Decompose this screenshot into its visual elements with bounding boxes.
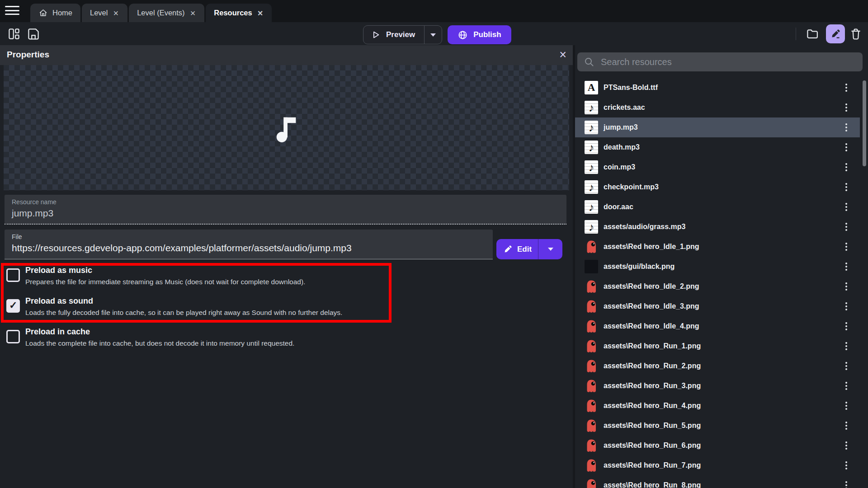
- run-buttons: Preview Publish: [363, 25, 511, 44]
- kebab-menu-icon[interactable]: [842, 420, 851, 431]
- tab-label: Resources: [214, 9, 252, 17]
- kebab-menu-icon[interactable]: [842, 202, 851, 212]
- resource-list-item[interactable]: ♪ crickets.aac: [575, 98, 860, 117]
- open-folder-icon[interactable]: [806, 27, 819, 41]
- tab-close-icon[interactable]: [257, 9, 264, 18]
- file-field[interactable]: File https://resources.gdevelop-app.com/…: [5, 230, 493, 259]
- resource-list-item[interactable]: assets\Red hero_Run_6.png: [575, 436, 860, 455]
- resource-list-item[interactable]: assets\Red hero_Run_5.png: [575, 416, 860, 436]
- resource-list-item[interactable]: assets\Red hero_Run_1.png: [575, 336, 860, 356]
- edit-button[interactable]: Edit: [496, 239, 562, 259]
- kebab-menu-icon[interactable]: [842, 341, 851, 352]
- main-toolbar: Preview Publish: [0, 22, 868, 45]
- tab-level-events[interactable]: Level (Events): [129, 4, 204, 22]
- open-editors-panel-icon[interactable]: [7, 27, 21, 41]
- resource-name: assets\Red hero_Run_4.png: [604, 402, 701, 410]
- resource-preview-area: [4, 65, 569, 190]
- resource-list-item[interactable]: assets\Red hero_Idle_1.png: [575, 237, 860, 257]
- black-image-icon: [585, 260, 598, 273]
- preview-options-dropdown[interactable]: [424, 26, 442, 44]
- resource-name: assets\Red hero_Run_7.png: [604, 461, 701, 469]
- kebab-menu-icon[interactable]: [842, 261, 851, 272]
- preload-cache-checkbox[interactable]: [6, 330, 20, 343]
- kebab-menu-icon[interactable]: [842, 221, 851, 232]
- preview-button-main[interactable]: Preview: [363, 26, 424, 44]
- kebab-menu-icon[interactable]: [842, 460, 851, 471]
- tab-level[interactable]: Level: [82, 4, 127, 22]
- resources-panel: Search resources A PTSans-Bold.ttf ♪ cri…: [575, 45, 868, 488]
- resource-name: assets\Red hero_Run_5.png: [604, 422, 701, 430]
- search-resources-input[interactable]: Search resources: [577, 52, 863, 71]
- kebab-menu-icon[interactable]: [842, 182, 851, 192]
- kebab-menu-icon[interactable]: [842, 400, 851, 411]
- edit-label: Edit: [517, 245, 532, 254]
- kebab-menu-icon[interactable]: [842, 241, 851, 252]
- resource-name: PTSans-Bold.ttf: [604, 84, 658, 92]
- edit-options-dropdown[interactable]: [538, 239, 562, 259]
- publish-button[interactable]: Publish: [448, 25, 511, 44]
- preview-label: Preview: [386, 30, 415, 39]
- sprite-thumbnail-icon: [585, 379, 598, 393]
- resource-list-item[interactable]: assets\Red hero_Idle_3.png: [575, 296, 860, 316]
- trash-icon[interactable]: [849, 27, 863, 41]
- resource-name: door.aac: [604, 203, 633, 211]
- kebab-menu-icon[interactable]: [842, 122, 851, 133]
- resource-list-item[interactable]: ♪ coin.mp3: [575, 157, 860, 177]
- kebab-menu-icon[interactable]: [842, 142, 851, 153]
- resource-name: assets\Red hero_Idle_1.png: [604, 243, 699, 251]
- sprite-thumbnail-icon: [585, 439, 598, 452]
- resource-list-item[interactable]: assets/gui/black.png: [575, 257, 860, 277]
- audio-file-icon: ♪: [585, 101, 598, 114]
- resource-name-value: jump.mp3: [12, 208, 53, 219]
- resource-name: crickets.aac: [604, 103, 645, 112]
- kebab-menu-icon[interactable]: [842, 102, 851, 113]
- tab-label: Home: [52, 9, 72, 17]
- kebab-menu-icon[interactable]: [842, 380, 851, 391]
- resource-name: assets\Red hero_Idle_4.png: [604, 322, 699, 330]
- gdevelop-window: Home Level Level (Events) Resources: [0, 0, 868, 488]
- tab-close-icon[interactable]: [112, 9, 119, 18]
- kebab-menu-icon[interactable]: [842, 321, 851, 332]
- kebab-menu-icon[interactable]: [842, 162, 851, 173]
- kebab-menu-icon[interactable]: [842, 440, 851, 451]
- resource-list-item[interactable]: assets\Red hero_Run_7.png: [575, 455, 860, 475]
- sprite-thumbnail-icon: [585, 339, 598, 353]
- properties-title: Properties: [7, 50, 49, 60]
- main-menu-icon[interactable]: [5, 6, 19, 17]
- kebab-menu-icon[interactable]: [842, 281, 851, 292]
- resource-list-item[interactable]: assets\Red hero_Idle_2.png: [575, 277, 860, 296]
- kebab-menu-icon[interactable]: [842, 480, 851, 488]
- resource-list-item[interactable]: ♪ checkpoint.mp3: [575, 177, 860, 197]
- preview-button[interactable]: Preview: [363, 25, 442, 44]
- edit-mode-button[interactable]: [826, 24, 845, 43]
- chevron-down-icon: [430, 33, 436, 37]
- tab-label: Level: [90, 9, 108, 17]
- kebab-menu-icon[interactable]: [842, 361, 851, 371]
- sprite-thumbnail-icon: [585, 359, 598, 373]
- save-icon[interactable]: [27, 27, 40, 41]
- resource-list-item[interactable]: assets\Red hero_Run_2.png: [575, 356, 860, 376]
- edit-button-main[interactable]: Edit: [496, 239, 538, 259]
- resource-list-item[interactable]: ♪ jump.mp3: [575, 117, 860, 137]
- sprite-thumbnail-icon: [585, 419, 598, 432]
- resource-list-item[interactable]: assets\Red hero_Run_8.png: [575, 475, 860, 488]
- resource-name-field[interactable]: Resource name jump.mp3: [5, 195, 566, 225]
- tab-close-icon[interactable]: [189, 9, 197, 18]
- resource-list-item[interactable]: assets\Red hero_Idle_4.png: [575, 316, 860, 336]
- close-panel-icon[interactable]: [559, 47, 566, 62]
- resource-list-item[interactable]: A PTSans-Bold.ttf: [575, 78, 860, 98]
- kebab-menu-icon[interactable]: [842, 82, 851, 93]
- scrollbar-thumb[interactable]: [863, 80, 866, 166]
- sprite-thumbnail-icon: [585, 399, 598, 413]
- resource-list-item[interactable]: ♪ door.aac: [575, 197, 860, 217]
- pencil-icon: [504, 245, 512, 253]
- publish-label: Publish: [473, 30, 501, 39]
- tab-resources[interactable]: Resources: [206, 4, 272, 22]
- resource-list-item[interactable]: ♪ assets/audio/grass.mp3: [575, 217, 860, 237]
- kebab-menu-icon[interactable]: [842, 301, 851, 312]
- tab-home[interactable]: Home: [30, 4, 80, 22]
- toolbar-divider: [796, 28, 796, 40]
- resource-list-item[interactable]: ♪ death.mp3: [575, 137, 860, 157]
- resource-list-item[interactable]: assets\Red hero_Run_4.png: [575, 396, 860, 416]
- resource-list-item[interactable]: assets\Red hero_Run_3.png: [575, 376, 860, 396]
